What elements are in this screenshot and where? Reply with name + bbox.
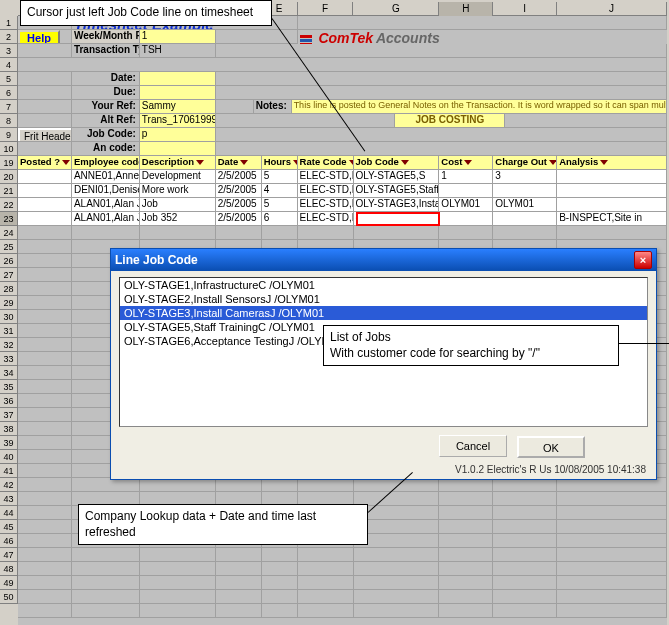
- cell[interactable]: [18, 170, 72, 184]
- cell[interactable]: [262, 548, 298, 562]
- col-header-F[interactable]: F: [298, 2, 354, 16]
- cell[interactable]: DENI01,Denise Ashe: [72, 184, 140, 198]
- cell[interactable]: [354, 226, 440, 240]
- filter-dropdown-icon[interactable]: [196, 160, 204, 165]
- cell[interactable]: [18, 240, 72, 254]
- cell[interactable]: [557, 478, 667, 492]
- table-header[interactable]: Hours: [262, 156, 298, 170]
- close-icon[interactable]: ×: [634, 251, 652, 269]
- cell[interactable]: [298, 604, 354, 618]
- cell[interactable]: [140, 226, 216, 240]
- cell[interactable]: [439, 212, 493, 226]
- cancel-button[interactable]: Cancel: [439, 435, 507, 457]
- cell[interactable]: [262, 562, 298, 576]
- cell[interactable]: [298, 226, 354, 240]
- cell[interactable]: [140, 478, 216, 492]
- cell[interactable]: [493, 520, 557, 534]
- table-header[interactable]: Charge Out: [493, 156, 557, 170]
- active-cell[interactable]: [356, 212, 440, 226]
- cell[interactable]: [354, 548, 440, 562]
- cell[interactable]: ANNE01,Anne Vadd: [72, 170, 140, 184]
- row-header-37[interactable]: 37: [0, 408, 18, 422]
- row-header-42[interactable]: 42: [0, 478, 18, 492]
- cell[interactable]: [216, 562, 262, 576]
- dialog-titlebar[interactable]: Line Job Code ×: [111, 249, 656, 271]
- cell[interactable]: [18, 576, 72, 590]
- row-header-3[interactable]: 3: [0, 44, 18, 58]
- cell[interactable]: [216, 226, 262, 240]
- row-header-43[interactable]: 43: [0, 492, 18, 506]
- table-header[interactable]: Posted ?: [18, 156, 72, 170]
- cell[interactable]: B-INSPECT,Site in: [557, 212, 667, 226]
- filter-dropdown-icon[interactable]: [240, 160, 248, 165]
- help-button[interactable]: Help: [18, 30, 60, 44]
- cell[interactable]: [557, 576, 667, 590]
- row-header-24[interactable]: 24: [0, 226, 18, 240]
- cell[interactable]: [493, 226, 557, 240]
- cell[interactable]: [298, 576, 354, 590]
- cell[interactable]: [18, 380, 72, 394]
- cell[interactable]: 6: [262, 212, 298, 226]
- row-header-39[interactable]: 39: [0, 436, 18, 450]
- cell[interactable]: [493, 562, 557, 576]
- table-row[interactable]: DENI01,Denise AsheMore work2/5/20054ELEC…: [18, 184, 667, 198]
- cell[interactable]: [18, 226, 72, 240]
- cell[interactable]: OLY-STAGE5,Staff Training OLYM: [354, 184, 440, 198]
- row-header-25[interactable]: 25: [0, 240, 18, 254]
- cell[interactable]: [298, 562, 354, 576]
- cell[interactable]: [140, 604, 216, 618]
- row-header-34[interactable]: 34: [0, 366, 18, 380]
- list-item[interactable]: OLY-STAGE3,Install CamerasJ /OLYM01: [120, 306, 647, 320]
- cell[interactable]: ELEC-STD,Elec: [298, 198, 354, 212]
- cell[interactable]: [493, 478, 557, 492]
- table-header[interactable]: Date: [216, 156, 262, 170]
- row-header-31[interactable]: 31: [0, 324, 18, 338]
- cell[interactable]: [439, 226, 493, 240]
- cell[interactable]: [140, 576, 216, 590]
- cell[interactable]: ALAN01,Alan Jones: [72, 212, 140, 226]
- cell[interactable]: [439, 506, 493, 520]
- cell[interactable]: 5: [262, 170, 298, 184]
- cell[interactable]: [72, 478, 140, 492]
- row-header-7[interactable]: 7: [0, 100, 18, 114]
- cell[interactable]: [439, 478, 493, 492]
- row-header-4[interactable]: 4: [0, 58, 18, 72]
- cell[interactable]: [18, 212, 72, 226]
- cell[interactable]: More work: [140, 184, 216, 198]
- cell[interactable]: [18, 324, 72, 338]
- cell[interactable]: [72, 226, 140, 240]
- table-header[interactable]: Employee code: [72, 156, 140, 170]
- cell[interactable]: [439, 576, 493, 590]
- row-header-5[interactable]: 5: [0, 72, 18, 86]
- cell[interactable]: [439, 520, 493, 534]
- cell[interactable]: [18, 478, 72, 492]
- cell[interactable]: 2/5/2005: [216, 212, 262, 226]
- row-header-45[interactable]: 45: [0, 520, 18, 534]
- row-header-41[interactable]: 41: [0, 464, 18, 478]
- cell[interactable]: [557, 534, 667, 548]
- cell[interactable]: 5: [262, 198, 298, 212]
- due-value[interactable]: [140, 86, 216, 100]
- cell[interactable]: [439, 548, 493, 562]
- cell[interactable]: [18, 492, 72, 506]
- ok-button[interactable]: OK: [517, 436, 585, 458]
- cell[interactable]: [216, 590, 262, 604]
- cell[interactable]: [140, 590, 216, 604]
- cell[interactable]: [439, 562, 493, 576]
- frit-header-button[interactable]: Frit Header: [18, 128, 72, 142]
- cell[interactable]: ELEC-STD,Elec: [298, 170, 354, 184]
- alt-ref-value[interactable]: Trans_17061999: [140, 114, 216, 128]
- cell[interactable]: [18, 310, 72, 324]
- row-header-40[interactable]: 40: [0, 450, 18, 464]
- cell[interactable]: Job 352: [140, 212, 216, 226]
- cell[interactable]: [72, 562, 140, 576]
- table-row[interactable]: ALAN01,Alan JonesJob 3522/5/20056ELEC-ST…: [18, 212, 667, 226]
- cell[interactable]: [18, 562, 72, 576]
- cell[interactable]: [72, 604, 140, 618]
- cell[interactable]: ALAN01,Alan Jones: [72, 198, 140, 212]
- cell[interactable]: [439, 492, 493, 506]
- cell[interactable]: [216, 478, 262, 492]
- row-header-2[interactable]: 2: [0, 30, 18, 44]
- cell[interactable]: [557, 506, 667, 520]
- cell[interactable]: [439, 184, 493, 198]
